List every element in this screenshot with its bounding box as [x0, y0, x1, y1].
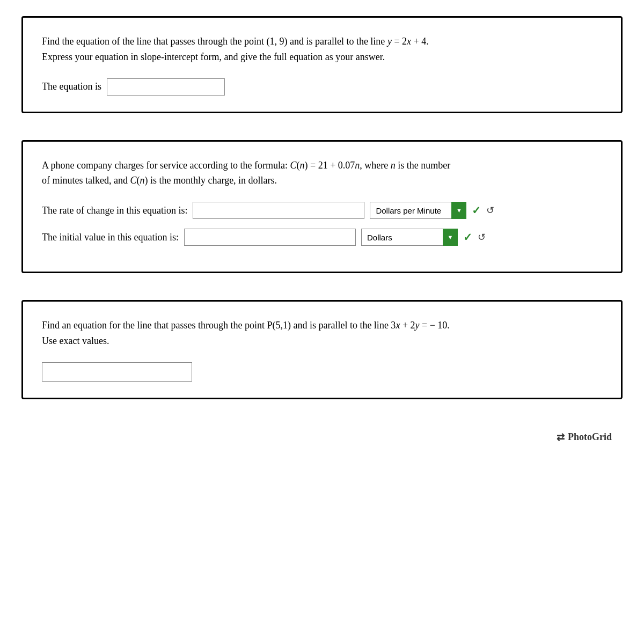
q2-line1: A phone company charges for service acco… [42, 158, 602, 173]
photogrid-icon: ⇄ [557, 431, 565, 443]
q2-rate-row: The rate of change in this equation is: … [42, 202, 602, 219]
question-2-text: A phone company charges for service acco… [42, 158, 602, 189]
photogrid-text: PhotoGrid [568, 431, 612, 443]
q2-initial-dropdown-container: Dollars Dollars per Minute Minutes Minut… [361, 229, 458, 246]
question-1-box: Find the equation of the line that passe… [21, 16, 623, 113]
q2-rate-retry-icon[interactable]: ↺ [486, 204, 494, 216]
question-2-box: A phone company charges for service acco… [21, 140, 623, 274]
q3-answer-input[interactable] [42, 362, 192, 382]
q2-rate-check-icon: ✓ [472, 204, 481, 217]
question-1-text: Find the equation of the line that passe… [42, 34, 602, 65]
question-3-box: Find an equation for the line that passe… [21, 300, 623, 399]
q3-line1: Find an equation for the line that passe… [42, 318, 602, 333]
q2-initial-check-icon: ✓ [463, 231, 472, 244]
q2-rate-label: The rate of change in this equation is: [42, 205, 187, 216]
q3-line2: Use exact values. [42, 333, 602, 349]
q3-answer-area [42, 362, 602, 382]
question-3-text: Find an equation for the line that passe… [42, 318, 602, 349]
q1-answer-input[interactable] [107, 78, 225, 96]
q2-initial-retry-icon[interactable]: ↺ [478, 231, 486, 243]
q2-rate-dropdown[interactable]: Dollars per Minute Dollars Minutes Minut… [370, 202, 466, 219]
q1-answer-row: The equation is [42, 78, 602, 96]
q1-line1: Find the equation of the line that passe… [42, 34, 602, 49]
q2-initial-row: The initial value in this equation is: D… [42, 229, 602, 246]
q2-initial-input[interactable] [184, 229, 356, 246]
q2-rate-dropdown-container: Dollars per Minute Dollars Minutes Minut… [370, 202, 466, 219]
q2-line2: of minutes talked, and C(n) is the month… [42, 173, 602, 188]
q1-answer-label: The equation is [42, 81, 101, 92]
q1-line2: Express your equation in slope-intercept… [42, 49, 602, 65]
photogrid-logo: ⇄ PhotoGrid [557, 431, 612, 443]
q2-initial-dropdown[interactable]: Dollars Dollars per Minute Minutes Minut… [361, 229, 458, 246]
q2-rate-input[interactable] [193, 202, 364, 219]
footer: ⇄ PhotoGrid [21, 426, 623, 449]
q2-initial-label: The initial value in this equation is: [42, 232, 179, 243]
